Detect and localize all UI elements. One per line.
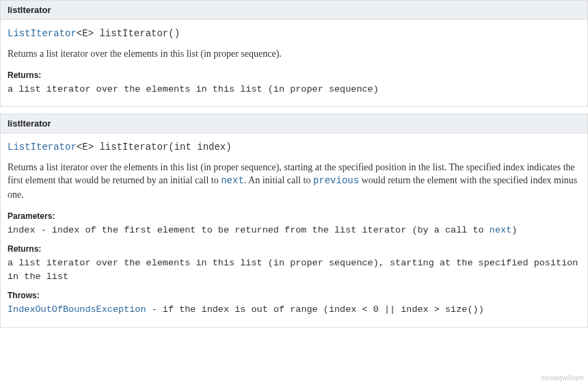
method-body: ListIterator<E> listIterator() Returns a…: [1, 20, 587, 106]
method-signature: ListIterator<E> listIterator(): [8, 28, 580, 39]
returns-label: Returns:: [8, 70, 580, 80]
returns-text: a list iterator over the elements in thi…: [8, 256, 580, 285]
link-next[interactable]: next: [221, 175, 244, 186]
method-block-listIterator-int: listIterator ListIterator<E> listIterato…: [0, 114, 588, 328]
link-previous[interactable]: previous: [313, 175, 359, 186]
method-header: listIterator: [1, 114, 587, 133]
method-description: Returns a list iterator over the element…: [8, 161, 580, 202]
throws-segment: - if the index is out of range (index < …: [146, 304, 484, 315]
returns-label: Returns:: [8, 244, 580, 254]
throws-text: IndexOutOfBoundsException - if the index…: [8, 303, 580, 317]
param-segment: ): [511, 225, 517, 235]
method-description: Returns a list iterator over the element…: [8, 47, 580, 61]
returns-text: a list iterator over the elements in thi…: [8, 83, 580, 96]
method-signature: ListIterator<E> listIterator(int index): [8, 142, 580, 153]
link-indexoutofboundsexception[interactable]: IndexOutOfBoundsException: [8, 304, 146, 315]
method-body: ListIterator<E> listIterator(int index) …: [1, 133, 587, 327]
method-header: listIterator: [1, 1, 587, 20]
type-link-listiterator[interactable]: ListIterator: [8, 142, 77, 153]
method-block-listIterator-noarg: listIterator ListIterator<E> listIterato…: [0, 0, 588, 107]
desc-segment: . An initial call to: [244, 175, 313, 185]
type-link-listiterator[interactable]: ListIterator: [8, 28, 77, 39]
signature-rest: <E> listIterator(): [77, 28, 180, 39]
param-segment: index - index of the first element to be…: [8, 225, 490, 235]
signature-rest: <E> listIterator(int index): [77, 142, 232, 153]
parameters-text: index - index of the first element to be…: [8, 224, 580, 237]
parameters-label: Parameters:: [8, 211, 580, 221]
throws-label: Throws:: [8, 291, 580, 300]
link-next[interactable]: next: [490, 225, 511, 235]
